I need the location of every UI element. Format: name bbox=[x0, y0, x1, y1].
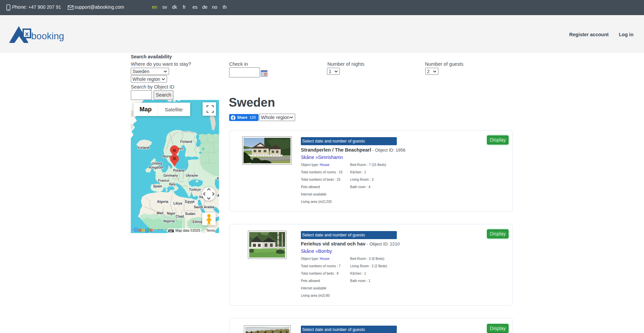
svg-text:o: o bbox=[138, 227, 142, 233]
svg-text:Egypt: Egypt bbox=[185, 200, 195, 204]
svg-text:Mali: Mali bbox=[157, 211, 163, 215]
svg-text:Poland: Poland bbox=[173, 169, 184, 172]
svg-text:A: A bbox=[217, 194, 219, 198]
svg-text:Türkiye: Türkiye bbox=[189, 188, 201, 191]
svg-text:France: France bbox=[158, 179, 169, 182]
svg-text:g: g bbox=[145, 227, 148, 233]
svg-text:United: United bbox=[152, 162, 162, 165]
svg-text:x: x bbox=[25, 30, 29, 37]
svg-text:Kingdom: Kingdom bbox=[149, 166, 163, 169]
svg-text:o: o bbox=[142, 227, 145, 233]
svg-text:Map data ©2025: Map data ©2025 bbox=[175, 229, 200, 232]
svg-text:Libya: Libya bbox=[173, 202, 182, 205]
svg-text:l: l bbox=[148, 227, 150, 233]
svg-text:Ukraine: Ukraine bbox=[186, 174, 198, 177]
svg-text:Satellite: Satellite bbox=[165, 107, 182, 112]
svg-text:Terms: Terms bbox=[206, 229, 215, 232]
svg-text:Spain: Spain bbox=[153, 184, 162, 188]
svg-text:booking: booking bbox=[31, 31, 64, 41]
svg-text:Niger: Niger bbox=[167, 212, 175, 215]
svg-text:Saudi Arabia: Saudi Arabia bbox=[194, 205, 214, 209]
svg-text:Sudan: Sudan bbox=[185, 212, 196, 216]
svg-text:Nigeria: Nigeria bbox=[163, 219, 175, 223]
svg-text:Finland: Finland bbox=[180, 140, 192, 144]
svg-text:Italy: Italy bbox=[169, 182, 176, 186]
svg-text:G: G bbox=[134, 227, 138, 233]
svg-text:Algeria: Algeria bbox=[157, 200, 168, 204]
svg-text:Map: Map bbox=[140, 106, 152, 113]
svg-text:Germany: Germany bbox=[163, 174, 178, 177]
svg-text:Iceland: Iceland bbox=[138, 146, 149, 150]
svg-text:Chad: Chad bbox=[176, 215, 184, 218]
svg-text:K: K bbox=[217, 177, 219, 180]
svg-text:e: e bbox=[150, 227, 153, 233]
